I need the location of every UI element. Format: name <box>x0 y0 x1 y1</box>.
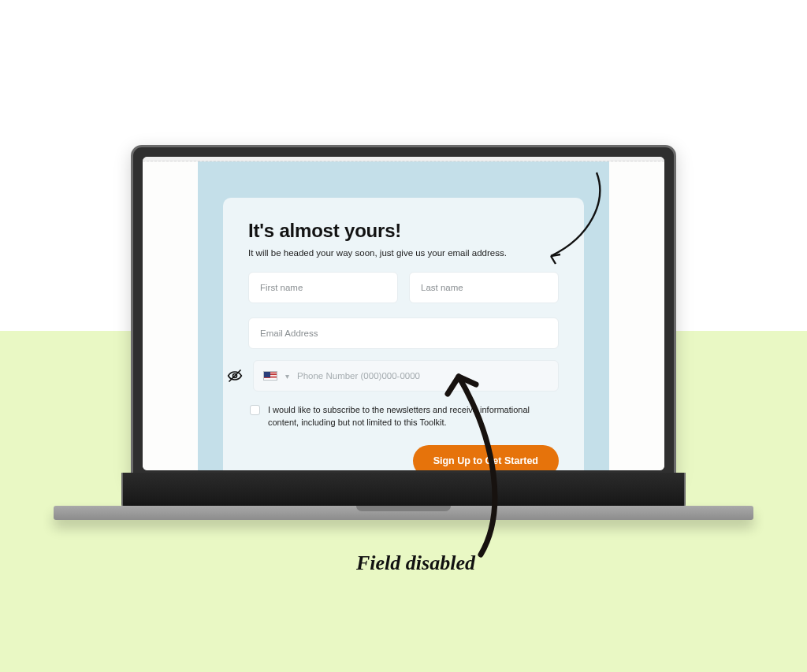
consent-checkbox[interactable] <box>250 405 260 415</box>
email-input[interactable] <box>260 329 547 338</box>
email-field[interactable] <box>248 317 559 349</box>
signup-card: It's almost yours! It will be headed you… <box>223 198 584 470</box>
form-subtitle: It will be headed your way soon, just gi… <box>248 248 559 258</box>
annotation-label: Field disabled <box>356 551 475 575</box>
first-name-field[interactable] <box>248 272 398 303</box>
last-name-input[interactable] <box>421 283 547 292</box>
annotation-arrow-top <box>535 169 622 272</box>
name-row <box>248 272 559 303</box>
hidden-eye-icon <box>226 367 244 384</box>
chevron-down-icon: ▾ <box>285 372 289 381</box>
first-name-input[interactable] <box>260 283 386 292</box>
laptop-keyboard-deck <box>121 473 686 507</box>
us-flag-icon <box>263 371 277 381</box>
last-name-field[interactable] <box>409 272 559 303</box>
image-canvas: It's almost yours! It will be headed you… <box>0 0 807 672</box>
annotation-arrow-bottom <box>435 362 530 559</box>
form-title: It's almost yours! <box>248 220 559 242</box>
email-row <box>248 317 559 349</box>
phone-placeholder-text: Phone Number (000)000-0000 <box>297 371 420 381</box>
